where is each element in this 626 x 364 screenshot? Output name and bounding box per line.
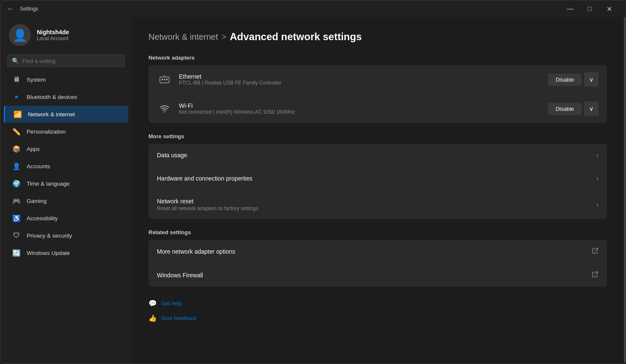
nav-items: 🖥 System ● Bluetooth & devices 📶 Network… [0,71,132,364]
network-reset-desc: Reset all network adapters to factory se… [157,205,590,211]
network-reset-item[interactable]: Network reset Reset all network adapters… [148,190,607,219]
ethernet-actions: Disable ∨ [548,72,599,87]
ethernet-desc: PTCL-BB | Realtek USB FE Family Controll… [179,80,541,86]
sidebar-item-system[interactable]: 🖥 System [4,71,128,88]
wifi-info: Wi-Fi Not connected | Intel(R) Wireless-… [179,102,541,115]
more-adapter-options-text: More network adapter options [157,248,585,255]
maximize-button[interactable]: □ [580,2,599,16]
ethernet-adapter-item[interactable]: Ethernet PTCL-BB | Realtek USB FE Family… [148,65,607,94]
sidebar-item-label: Gaming [27,198,47,204]
sidebar-item-privacy[interactable]: 🛡 Privacy & security [4,227,128,244]
give-feedback-link[interactable]: 👍 Give feedback [148,312,607,325]
windows-firewall-text: Windows Firewall [157,272,585,279]
get-help-icon: 💬 [148,299,157,307]
minimize-button[interactable]: — [560,2,580,16]
content-area: 👤 Nightsh4de Local Account 🔍 🖥 System [0,17,626,364]
user-profile[interactable]: 👤 Nightsh4de Local Account [0,17,132,53]
sidebar: 👤 Nightsh4de Local Account 🔍 🖥 System [0,17,132,364]
titlebar-title: Settings [20,6,38,12]
hardware-properties-item[interactable]: Hardware and connection properties › [148,167,607,190]
sidebar-item-personalization[interactable]: ✏️ Personalization [4,123,128,140]
wifi-icon [157,101,172,116]
sidebar-item-accessibility[interactable]: ♿ Accessibility [4,210,128,227]
sidebar-item-label: Windows Update [27,250,70,256]
account-type: Local Account [37,36,69,41]
search-input[interactable] [22,58,120,64]
sidebar-item-label: Accounts [27,163,50,170]
bluetooth-icon: ● [12,93,21,101]
back-icon[interactable]: ← [7,5,14,13]
svg-rect-2 [164,79,165,80]
sidebar-item-bluetooth[interactable]: ● Bluetooth & devices [4,88,128,105]
ethernet-disable-button[interactable]: Disable [548,74,582,86]
bottom-links: 💬 Get help 👍 Give feedback [148,297,607,325]
breadcrumb-separator: > [222,32,227,42]
windows-firewall-item[interactable]: Windows Firewall [148,263,607,287]
close-button[interactable]: ✕ [599,2,619,16]
more-adapter-options-item[interactable]: More network adapter options [148,240,607,263]
sidebar-item-network[interactable]: 📶 Network & internet [4,106,128,123]
windows-firewall-external-icon [592,271,599,279]
ethernet-info: Ethernet PTCL-BB | Realtek USB FE Family… [179,73,541,86]
network-reset-text: Network reset Reset all network adapters… [157,198,590,211]
sidebar-item-label: System [27,77,46,83]
main-content: Network & internet > Advanced network se… [132,17,624,364]
sidebar-item-gaming[interactable]: 🎮 Gaming [4,192,128,209]
hardware-properties-chevron: › [596,175,599,182]
data-usage-chevron: › [596,151,599,159]
wifi-adapter-item[interactable]: Wi-Fi Not connected | Intel(R) Wireless-… [148,94,607,123]
sidebar-item-label: Bluetooth & devices [27,94,77,100]
apps-icon: 📦 [12,145,21,153]
breadcrumb-current: Advanced network settings [230,31,362,43]
breadcrumb-parent[interactable]: Network & internet [148,32,218,42]
data-usage-text: Data usage [157,152,590,159]
give-feedback-icon: 👍 [148,314,157,322]
titlebar: ← Settings — □ ✕ [0,0,626,17]
system-icon: 🖥 [12,75,21,84]
search-box[interactable]: 🔍 [7,55,125,67]
hardware-properties-name: Hardware and connection properties [157,175,590,182]
accounts-icon: 👤 [12,162,21,170]
related-settings-card: More network adapter options Windows Fir… [148,240,607,287]
sidebar-item-label: Personalization [27,129,66,135]
window-controls: — □ ✕ [560,2,619,16]
accessibility-icon: ♿ [12,214,21,222]
update-icon: 🔄 [12,249,21,257]
settings-window: ← Settings — □ ✕ 👤 Nightsh4de Local Acco… [0,0,626,364]
sidebar-item-label: Apps [27,146,40,152]
gaming-icon: 🎮 [12,197,21,205]
wifi-desc: Not connected | Intel(R) Wireless-AC 926… [179,109,541,115]
network-icon: 📶 [14,110,22,118]
ethernet-icon [157,72,172,87]
wifi-expand-button[interactable]: ∨ [584,101,599,116]
give-feedback-label: Give feedback [161,315,196,321]
more-adapter-external-icon [592,247,599,255]
windows-firewall-name: Windows Firewall [157,272,585,279]
avatar: 👤 [9,24,31,46]
sidebar-item-update[interactable]: 🔄 Windows Update [4,244,128,261]
get-help-label: Get help [161,300,182,307]
network-adapters-card: Ethernet PTCL-BB | Realtek USB FE Family… [148,65,607,123]
network-reset-chevron: › [596,201,599,208]
username: Nightsh4de [37,29,69,36]
wifi-disable-button[interactable]: Disable [548,103,582,115]
sidebar-item-time[interactable]: 🌍 Time & language [4,175,128,192]
sidebar-item-apps[interactable]: 📦 Apps [4,140,128,157]
get-help-link[interactable]: 💬 Get help [148,297,607,310]
data-usage-name: Data usage [157,152,590,159]
scroll-indicator [624,17,626,364]
sidebar-item-accounts[interactable]: 👤 Accounts [4,158,128,175]
more-settings-card: Data usage › Hardware and connection pro… [148,144,607,219]
svg-point-5 [164,111,165,112]
avatar-icon: 👤 [13,28,27,42]
data-usage-item[interactable]: Data usage › [148,144,607,167]
more-adapter-options-name: More network adapter options [157,248,585,255]
sidebar-item-label: Time & language [27,181,70,187]
search-icon: 🔍 [12,57,19,64]
breadcrumb: Network & internet > Advanced network se… [148,31,607,43]
network-adapters-title: Network adapters [148,55,607,61]
personalization-icon: ✏️ [12,127,21,136]
sidebar-item-label: Accessibility [27,215,58,222]
hardware-properties-text: Hardware and connection properties [157,175,590,182]
ethernet-expand-button[interactable]: ∨ [584,72,599,87]
